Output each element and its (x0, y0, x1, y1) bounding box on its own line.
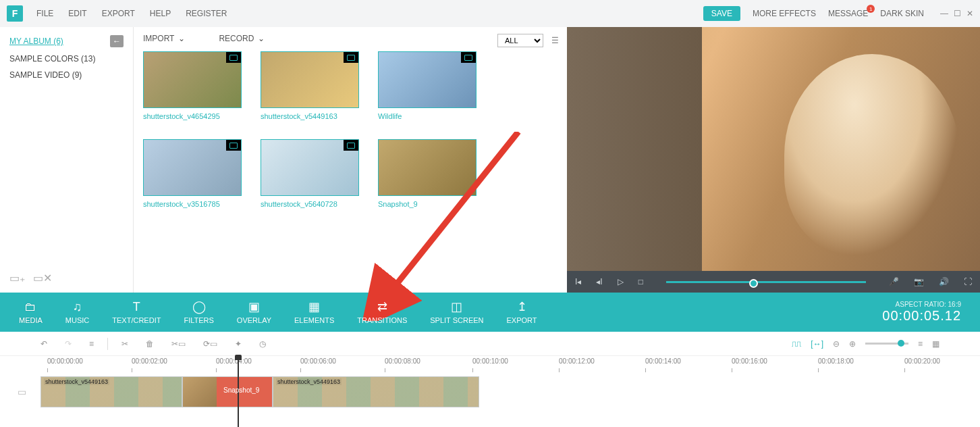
text-icon: T (133, 300, 140, 313)
ruler-tick: 00:00:16:00 (732, 357, 767, 365)
voiceover-mic-icon[interactable]: 🎤 (889, 277, 899, 286)
export-icon: ↥ (517, 300, 527, 313)
media-thumb[interactable]: shutterstock_v5640728 (261, 139, 359, 208)
remove-folder-icon[interactable]: ▭✕ (33, 272, 52, 284)
message-label: MESSAGE (828, 9, 868, 18)
timeline-edit-toolbar: ↶ ↷ ≡ ✂ 🗑 ✂▭ ⟳▭ ✦ ◷ ⎍⎍ [↔] ⊖ ⊕ ≡ ▦ (0, 332, 980, 356)
chevron-down-icon: ⌄ (258, 34, 265, 43)
record-dropdown[interactable]: RECORD⌄ (219, 34, 265, 43)
crop-icon[interactable]: ✂▭ (171, 339, 186, 349)
goto-start-icon[interactable]: I◂ (575, 277, 581, 286)
preview-controls: I◂ ◂I ▷ □ 🎤 📷 🔊 ⛶ (567, 271, 980, 293)
elements-icon: ▦ (308, 300, 320, 313)
timeline-clip[interactable]: shutterstock_v5449163 (273, 376, 479, 407)
message-badge: 1 (867, 5, 875, 13)
redo-icon[interactable]: ↷ (65, 339, 72, 349)
snapshot-camera-icon[interactable]: 📷 (914, 277, 924, 286)
list-view-icon[interactable]: ☰ (551, 36, 559, 45)
media-thumb[interactable]: shutterstock_v3516785 (143, 139, 242, 208)
content-area: MY ALBUM (6) ← SAMPLE COLORS (13) SAMPLE… (0, 27, 980, 293)
preview-seek-slider[interactable] (666, 281, 866, 283)
menu-register[interactable]: REGISTER (186, 9, 227, 18)
minimize-icon[interactable]: — (940, 9, 948, 18)
ruler-tick: 00:00:02:00 (132, 357, 167, 365)
tool-transitions[interactable]: ⇄TRANSITIONS (357, 300, 407, 324)
delete-trash-icon[interactable]: 🗑 (146, 339, 154, 349)
tool-music[interactable]: ♫MUSIC (65, 300, 89, 324)
import-dropdown[interactable]: IMPORT⌄ (143, 34, 185, 43)
mode-toolbar: 🗀MEDIA ♫MUSIC TTEXT/CREDIT ◯FILTERS ▣OVE… (0, 293, 980, 332)
undo-icon[interactable]: ↶ (40, 339, 47, 349)
video-track-icon: ▭ (18, 386, 26, 397)
timeline-ruler[interactable]: 00:00:00:00 00:00:02:00 00:00:04:00 00:0… (40, 356, 980, 375)
zoom-out-icon[interactable]: ⊖ (833, 339, 840, 349)
video-track[interactable]: ▭ shutterstock_v5449163 Snapshot_9 shutt… (40, 375, 980, 409)
stop-icon[interactable]: □ (638, 277, 643, 286)
media-browser: IMPORT⌄ RECORD⌄ ALL ☰ shutterstock_v4654… (134, 27, 567, 293)
overlay-icon: ▣ (248, 300, 260, 313)
timeline-clip-snapshot[interactable]: Snapshot_9 (182, 376, 273, 407)
media-thumb-label: Snapshot_9 (378, 200, 477, 208)
tool-elements[interactable]: ▦ELEMENTS (294, 300, 334, 324)
dark-skin-link[interactable]: DARK SKIN (880, 9, 924, 18)
maximize-icon[interactable]: ☐ (954, 9, 961, 18)
message-link[interactable]: MESSAGE 1 (828, 9, 868, 18)
back-button[interactable]: ← (110, 35, 124, 47)
tool-overlay[interactable]: ▣OVERLAY (237, 300, 271, 324)
filters-icon: ◯ (192, 300, 206, 313)
prev-frame-icon[interactable]: ◂I (596, 277, 602, 286)
ruler-tick: 00:00:18:00 (818, 357, 854, 365)
tool-media[interactable]: 🗀MEDIA (19, 300, 43, 324)
ruler-tick: 00:00:00:00 (47, 357, 83, 365)
playhead-time: 00:00:05.12 (882, 308, 961, 324)
menu-file[interactable]: FILE (36, 9, 53, 18)
cut-scissors-icon[interactable]: ✂ (121, 339, 128, 349)
media-thumb-label: shutterstock_v3516785 (143, 200, 242, 208)
tool-export[interactable]: ↥EXPORT (507, 300, 537, 324)
ruler-tick: 00:00:06:00 (300, 357, 336, 365)
menu-edit[interactable]: EDIT (68, 9, 86, 18)
media-thumb[interactable]: Snapshot_9 (378, 139, 477, 208)
tool-split-screen[interactable]: ◫SPLIT SCREEN (430, 300, 483, 324)
tool-filters[interactable]: ◯FILTERS (184, 300, 213, 324)
zoom-slider[interactable] (865, 343, 908, 345)
media-thumb[interactable]: Wildlife (378, 51, 477, 120)
grid-layout-icon[interactable]: ▦ (932, 339, 940, 349)
magic-icon[interactable]: ✦ (235, 339, 242, 349)
clip-label: shutterstock_v5449163 (44, 378, 109, 385)
menu-export[interactable]: EXPORT (102, 9, 135, 18)
chevron-down-icon: ⌄ (178, 34, 185, 43)
library-sidebar: MY ALBUM (6) ← SAMPLE COLORS (13) SAMPLE… (0, 27, 134, 293)
media-thumb[interactable]: shutterstock_v5449163 (261, 51, 359, 120)
top-menu-bar: F FILE EDIT EXPORT HELP REGISTER SAVE MO… (0, 0, 980, 27)
preview-frame (567, 27, 980, 271)
zoom-in-icon[interactable]: ⊕ (849, 339, 856, 349)
rotate-icon[interactable]: ⟳▭ (203, 339, 217, 349)
fit-zoom-icon[interactable]: [↔] (811, 339, 823, 349)
tool-text[interactable]: TTEXT/CREDIT (112, 300, 161, 324)
add-folder-icon[interactable]: ▭₊ (9, 272, 25, 284)
ruler-tick: 00:00:04:00 (216, 357, 252, 365)
more-effects-link[interactable]: MORE EFFECTS (753, 9, 816, 18)
timeline-clip[interactable]: shutterstock_v5449163 (40, 376, 182, 407)
media-thumb-label: Wildlife (378, 112, 477, 120)
sidebar-item-sample-colors[interactable]: SAMPLE COLORS (13) (9, 54, 124, 64)
sidebar-item-sample-video[interactable]: SAMPLE VIDEO (9) (9, 70, 124, 80)
fullscreen-icon[interactable]: ⛶ (964, 277, 972, 286)
list-layout-icon[interactable]: ≡ (918, 339, 923, 349)
media-filter-select[interactable]: ALL (497, 34, 543, 47)
sidebar-item-my-album[interactable]: MY ALBUM (6) (9, 36, 63, 46)
menu-help[interactable]: HELP (150, 9, 171, 18)
media-thumb-label: shutterstock_v4654295 (143, 112, 242, 120)
audio-wave-icon[interactable]: ⎍⎍ (792, 339, 801, 349)
settings-sliders-icon[interactable]: ≡ (89, 339, 94, 349)
media-thumb[interactable]: shutterstock_v4654295 (143, 51, 242, 120)
close-icon[interactable]: ✕ (967, 9, 973, 18)
volume-icon[interactable]: 🔊 (939, 277, 949, 286)
clip-label: Snapshot_9 (222, 386, 261, 394)
save-button[interactable]: SAVE (703, 6, 740, 21)
ruler-tick: 00:00:20:00 (904, 357, 940, 365)
ruler-tick: 00:00:12:00 (559, 357, 595, 365)
play-icon[interactable]: ▷ (618, 277, 624, 286)
duration-clock-icon[interactable]: ◷ (259, 339, 266, 349)
